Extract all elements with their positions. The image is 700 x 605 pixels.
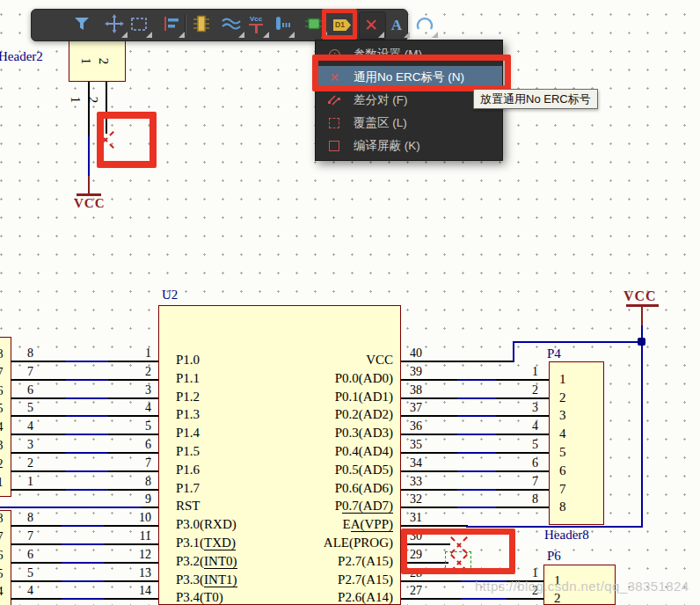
toolbar-filter-button[interactable] xyxy=(69,12,95,38)
schematic-editor-canvas: { "toolbar": { "icons": [ {"name":"filte… xyxy=(0,0,700,605)
wire[interactable] xyxy=(66,452,108,454)
toolbar-move-button[interactable] xyxy=(101,12,128,38)
u2-pin-name: P1.3 xyxy=(176,408,200,421)
dropdown-corner-triangle xyxy=(288,32,295,38)
wire[interactable] xyxy=(641,324,643,528)
wire[interactable] xyxy=(457,452,496,454)
wire[interactable] xyxy=(66,361,108,362)
u2-pin-number: 39 xyxy=(410,366,422,378)
left-connector-inner-pin: 4 xyxy=(0,421,6,434)
u2-pin-name: P1.5 xyxy=(176,445,200,458)
left-connector-pin-number: 3 xyxy=(18,439,33,451)
wire[interactable] xyxy=(62,562,104,564)
wire[interactable] xyxy=(457,434,496,435)
u2-pin-number: 34 xyxy=(410,457,422,470)
left-connector-inner-pin: 1 xyxy=(0,477,6,489)
annotation-box-menu-no-erc xyxy=(312,55,511,91)
u2-pin-number: 31 xyxy=(410,512,422,524)
wire[interactable] xyxy=(457,379,496,381)
dropdown-corner-triangle xyxy=(146,32,152,38)
wire[interactable] xyxy=(66,397,108,399)
header2-pin-number: 2 xyxy=(90,93,97,106)
dropdown-corner-triangle xyxy=(179,32,185,38)
wire[interactable] xyxy=(457,507,496,508)
pin-stub[interactable] xyxy=(401,525,468,527)
wire[interactable] xyxy=(461,598,507,600)
p4-inner-pin: 2 xyxy=(559,391,566,404)
wire[interactable] xyxy=(66,470,108,472)
pin-stub[interactable] xyxy=(88,82,90,138)
wire[interactable] xyxy=(457,489,496,491)
place-part-icon xyxy=(191,13,212,38)
left-connector-inner-pin: 4 xyxy=(0,586,6,598)
toolbar-place-probe-button[interactable] xyxy=(268,12,295,38)
u2-pin-number: 38 xyxy=(410,384,422,397)
wire[interactable] xyxy=(457,415,496,417)
diff-pair-icon xyxy=(326,93,342,107)
toolbar-place-no-erc-button[interactable]: ✕ xyxy=(358,12,384,38)
left-connector-inner-pin: 7 xyxy=(0,367,6,379)
u2-pin-name: P1.7 xyxy=(176,482,200,495)
annotation-box-header2-noerc xyxy=(97,112,157,168)
p4-inner-pin: 6 xyxy=(559,464,566,477)
p4-inner-pin: 4 xyxy=(559,427,566,440)
toolbar-place-power-port-button[interactable]: Vcc xyxy=(243,12,269,38)
place-no-erc-icon: ✕ xyxy=(364,17,378,34)
wire[interactable] xyxy=(62,525,104,527)
left-connector-inner-pin: 5 xyxy=(0,403,6,415)
left-connector-inner-pin: 3 xyxy=(0,440,6,452)
wire[interactable] xyxy=(66,489,108,491)
left-connector-pin-number: 7 xyxy=(18,530,33,543)
wire[interactable] xyxy=(457,397,496,399)
wire[interactable] xyxy=(62,598,104,600)
u2-pin-number: 7 xyxy=(118,457,151,470)
u2-pin-number: 1 xyxy=(118,347,151,360)
p4-pin-number: 6 xyxy=(510,457,538,470)
u2-pin-number: 3 xyxy=(118,384,151,397)
toolbar-select-rect-button[interactable] xyxy=(126,12,152,38)
wire[interactable] xyxy=(88,136,90,177)
u2-pin-name: VCC xyxy=(220,354,393,367)
header2-inner-pin: 2 xyxy=(100,55,107,68)
menu-item-compile-mask[interactable]: 编译屏蔽 (K) xyxy=(316,135,502,157)
vcc-power-label-left[interactable]: VCC xyxy=(74,197,106,210)
toolbar-place-arc-button[interactable] xyxy=(412,12,438,38)
u2-pin-number: 14 xyxy=(118,585,151,597)
vcc-power-label-right[interactable]: VCC xyxy=(623,289,657,302)
left-connector-inner-pin: 8 xyxy=(0,513,6,525)
vcc-power-symbol-stem xyxy=(641,306,643,325)
wire[interactable] xyxy=(66,415,108,417)
left-connector-pin-number: 6 xyxy=(18,549,33,561)
wire[interactable] xyxy=(0,507,141,508)
p4-inner-pin: 8 xyxy=(559,500,566,513)
menu-item-label: 差分对 (F) xyxy=(354,92,408,108)
toolbar-place-wire-button[interactable] xyxy=(218,12,244,38)
u2-pin-number: 5 xyxy=(118,420,151,433)
pin-stub[interactable] xyxy=(401,361,513,362)
header2-pin-number: 1 xyxy=(72,93,79,106)
toolbar-align-button[interactable] xyxy=(158,12,185,38)
menu-item-label: 覆盖区 (L) xyxy=(354,115,407,131)
annotation-box-pins-29-30 xyxy=(401,528,515,574)
p6-inner-pin: 2 xyxy=(554,592,561,604)
u2-pin-number: 8 xyxy=(118,476,151,488)
left-connector-pin-number: 6 xyxy=(18,384,33,397)
wire[interactable] xyxy=(62,543,104,545)
menu-item-blanket[interactable]: 覆盖区 (L) xyxy=(316,112,502,135)
u2-pin-name: ALE(PROG) xyxy=(220,536,393,550)
wire[interactable] xyxy=(513,342,514,362)
left-connector-inner-pin: 6 xyxy=(0,550,6,562)
p4-component-body[interactable] xyxy=(549,361,604,525)
wire[interactable] xyxy=(62,580,104,582)
wire[interactable] xyxy=(513,341,644,343)
left-connector-inner-pin: 6 xyxy=(0,385,6,397)
wire[interactable] xyxy=(66,379,108,381)
u2-pin-number: 2 xyxy=(118,366,151,378)
toolbar-place-text-button[interactable]: A xyxy=(383,12,410,38)
u2-pin-name: P1.1 xyxy=(176,372,200,385)
u2-pin-number: 13 xyxy=(118,567,151,579)
left-connector-pin-number: 1 xyxy=(18,476,33,488)
toolbar-place-part-button[interactable] xyxy=(188,12,215,38)
wire[interactable] xyxy=(457,470,496,472)
wire[interactable] xyxy=(66,434,108,435)
